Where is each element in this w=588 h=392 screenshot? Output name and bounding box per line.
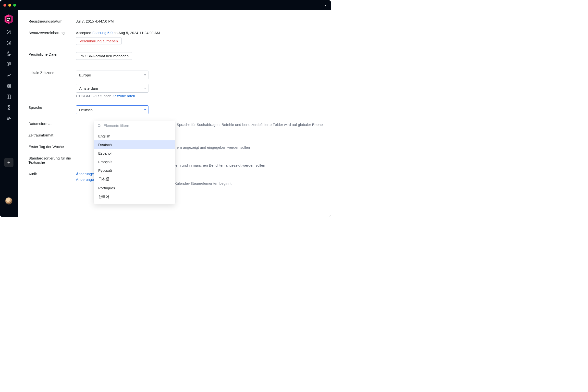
language-select[interactable]: Deutsch ▾ — [76, 105, 148, 114]
lifebuoy-icon[interactable] — [6, 40, 12, 46]
download-csv-button[interactable]: Im CSV-Format herunterladen — [76, 52, 132, 60]
first-day-hint: Kalender-Steuerelementen beginnt — [174, 180, 331, 186]
audit-label: Audit — [28, 172, 76, 176]
registration-date-label: Registrierungsdatum — [28, 19, 76, 23]
timezone-city-value: Amsterdam — [79, 86, 98, 90]
svg-rect-10 — [7, 84, 8, 86]
default-sort-label: Standardsortierung für die Textsuche — [28, 156, 76, 164]
activity-icon[interactable] — [6, 51, 12, 56]
language-hint: Sprache für Suchabfragen, Befehle und be… — [177, 122, 331, 128]
hourglass-icon[interactable] — [6, 105, 12, 110]
docs-icon[interactable] — [6, 94, 12, 100]
window-controls — [4, 4, 16, 6]
apps-icon[interactable] — [6, 83, 12, 89]
svg-point-14 — [9, 117, 10, 118]
svg-point-20 — [98, 124, 100, 126]
svg-rect-13 — [9, 86, 11, 88]
language-option[interactable]: Español — [94, 149, 175, 158]
board-icon[interactable] — [6, 62, 12, 67]
language-option[interactable]: Русский — [94, 166, 175, 175]
svg-rect-11 — [9, 84, 11, 86]
tasks-icon[interactable] — [6, 30, 12, 35]
svg-rect-9 — [9, 63, 11, 65]
svg-point-15 — [10, 118, 11, 119]
svg-point-16 — [8, 119, 9, 120]
chevron-down-icon: ▾ — [144, 73, 146, 77]
personal-data-label: Persönliche Daten — [28, 52, 76, 56]
revoke-agreement-button[interactable]: Vereinbarung aufheben — [76, 37, 122, 45]
language-option[interactable]: English — [94, 132, 175, 140]
chevron-down-icon: ▾ — [144, 86, 146, 90]
language-label: Sprache — [28, 105, 76, 110]
first-day-label: Erster Tag der Woche — [28, 144, 76, 149]
app-logo[interactable]: YT — [3, 13, 15, 25]
sidebar: YT + — [0, 10, 18, 217]
language-option[interactable]: Português — [94, 184, 175, 192]
reports-icon[interactable] — [6, 72, 12, 78]
svg-rect-12 — [7, 86, 8, 88]
timezone-region-value: Europe — [79, 73, 91, 77]
user-avatar[interactable] — [5, 197, 12, 204]
language-dropdown: EnglishDeutschEspañolFrançaisРусский日本語P… — [94, 121, 176, 204]
language-value: Deutsch — [79, 108, 92, 112]
period-format-hint: ern und in manchen Berichten angezeigt w… — [176, 162, 331, 168]
svg-rect-8 — [7, 63, 8, 66]
language-option[interactable]: Deutsch — [94, 140, 175, 149]
language-option[interactable]: 日本語 — [94, 175, 175, 184]
period-format-label: Zeitraumformat — [28, 133, 76, 137]
language-option[interactable]: 한국어 — [94, 192, 175, 202]
svg-point-7 — [8, 42, 10, 44]
dropdown-filter-input[interactable] — [104, 124, 172, 128]
maximize-window-icon[interactable] — [13, 4, 16, 6]
agreement-label: Benutzervereinbarung — [28, 30, 76, 35]
chevron-down-icon: ▾ — [144, 108, 146, 112]
timezone-label: Lokale Zeitzone — [28, 70, 76, 75]
timeline-icon[interactable] — [6, 116, 12, 121]
svg-rect-4 — [7, 20, 9, 21]
agreement-prefix: Accepted — [76, 30, 92, 35]
date-format-hint: ern angezeigt und eingegeben werden soll… — [177, 144, 331, 150]
more-menu-icon[interactable]: ⋯ — [323, 3, 328, 7]
minimize-window-icon[interactable] — [8, 4, 11, 6]
timezone-city-select[interactable]: Amsterdam ▾ — [76, 84, 148, 92]
agreement-suffix: on Aug 5, 2024 11:24:09 AM — [112, 30, 160, 35]
svg-point-5 — [7, 30, 11, 34]
date-format-label: Datumsformat — [28, 122, 76, 126]
titlebar: ⋯ — [0, 0, 331, 10]
create-button[interactable]: + — [4, 158, 14, 167]
svg-text:YT: YT — [7, 18, 10, 20]
close-window-icon[interactable] — [4, 4, 6, 6]
timezone-region-select[interactable]: Europe ▾ — [76, 70, 148, 80]
main-content: Registrierungsdatum Jul 7, 2015 4:44:50 … — [18, 10, 331, 217]
language-option[interactable]: Français — [94, 158, 175, 166]
guess-timezone-link[interactable]: Zeitzone raten — [112, 94, 135, 98]
agreement-version-link[interactable]: Fassung 5.0 — [92, 30, 113, 35]
timezone-offset: UTC/GMT +1 Stunden — [76, 94, 112, 98]
registration-date-value: Jul 7, 2015 4:44:50 PM — [76, 19, 320, 23]
